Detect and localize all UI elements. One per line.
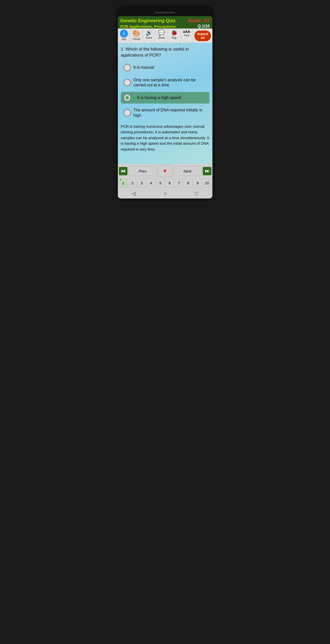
qnum-6[interactable]: 6 (165, 179, 174, 187)
question-number: Q.1/10 (197, 24, 210, 29)
app-title: Genetic Engineering Quiz (120, 18, 176, 23)
phone-frame: Genetic Engineering Quiz Score: 1/1 PCR … (116, 5, 214, 201)
clouds-button[interactable]: 🎨 Clouds (130, 29, 143, 43)
screen: Genetic Engineering Quiz Score: 1/1 PCR … (118, 16, 212, 199)
clouds-label: Clouds (133, 38, 140, 40)
option-c-text: It is having a high speed (137, 95, 181, 101)
font-icon: aAA (183, 30, 190, 34)
option-d-text: The amount of DNA required initially is … (134, 108, 207, 118)
radio-d (123, 109, 131, 117)
submit-all-btn[interactable]: Submit All (194, 31, 211, 41)
voice-label: Voice (146, 36, 152, 39)
font-label: Font (184, 34, 189, 37)
font-button[interactable]: aAA Font (181, 29, 193, 43)
app-header: Genetic Engineering Quiz Score: 1/1 PCR … (118, 16, 212, 29)
qnum-9[interactable]: 9 (193, 179, 202, 187)
qnum-5[interactable]: 5 (156, 179, 165, 187)
home-icon[interactable]: ○ (164, 191, 167, 196)
prev-button[interactable]: Prev (128, 166, 157, 176)
option-d[interactable]: The amount of DNA required initially is … (121, 106, 209, 120)
share-label: Share (158, 36, 165, 39)
info-label: Info (122, 38, 126, 41)
status-bar (118, 10, 212, 15)
skip-to-last-button[interactable]: ⏭ (203, 167, 211, 175)
share-button[interactable]: 💬 Share (155, 29, 168, 43)
option-b-text: Only one sample’s analysis can be carrie… (134, 78, 207, 88)
app-subtitle: PCR Applications, Precautions (120, 24, 176, 29)
qnum-3[interactable]: 3 (137, 179, 146, 187)
voice-button[interactable]: 🔊 Voice (143, 29, 156, 43)
qnum-8[interactable]: 8 (184, 179, 193, 187)
voice-icon: 🔊 (146, 30, 152, 36)
option-b[interactable]: Only one sample’s analysis can be carrie… (121, 76, 209, 90)
heart-icon: ♥ (163, 168, 167, 174)
qnum-2[interactable]: 2 (128, 179, 137, 187)
option-a-text: It is manual (134, 65, 154, 70)
option-c[interactable]: ✔ It is having a high speed (121, 92, 209, 104)
radio-c-inner (125, 96, 129, 100)
share-icon: 💬 (158, 30, 165, 36)
qnum-1[interactable]: ✔ 1 (119, 179, 128, 187)
radio-c (123, 94, 131, 102)
info-button[interactable]: i Info (118, 29, 130, 43)
qnum-1-check: ✔ (120, 178, 122, 182)
explanation-text: PCR is having numerous advantages over n… (121, 124, 209, 152)
bug-icon: 🐞 (171, 30, 178, 36)
bug-label: Bug (172, 36, 177, 39)
heart-button[interactable]: ♥ (158, 165, 172, 177)
qnum-10[interactable]: 10 (203, 179, 211, 187)
radio-a (123, 64, 131, 71)
toolbar: i Info 🎨 Clouds 🔊 Voice 💬 Share 🐞 Bug aA… (118, 29, 212, 43)
info-icon: i (120, 30, 128, 38)
bug-button[interactable]: 🐞 Bug (168, 29, 181, 43)
system-navigation: ◁ ○ □ (118, 188, 212, 199)
qnum-4[interactable]: 4 (147, 179, 156, 187)
option-a[interactable]: It is manual (121, 62, 209, 73)
back-icon[interactable]: ◁ (132, 190, 136, 196)
qnum-7[interactable]: 7 (174, 179, 183, 187)
radio-b (123, 79, 131, 86)
question-number-row: ✔ 1 2 3 4 5 6 7 8 9 10 (118, 178, 212, 188)
question-content: 1. Which of the following is useful in a… (118, 43, 212, 164)
question-text: 1. Which of the following is useful in a… (121, 46, 209, 58)
next-button[interactable]: Next (173, 166, 202, 176)
score-badge: Score: 1/1 (188, 18, 210, 23)
submit-all-button[interactable]: Submit All (193, 29, 212, 43)
checkmark-icon: ✔ (134, 95, 137, 100)
recents-icon[interactable]: □ (195, 191, 198, 196)
clouds-icon: 🎨 (132, 30, 140, 37)
skip-to-first-button[interactable]: ⏮ (119, 167, 127, 175)
bottom-navigation: ⏮ Prev ♥ Next ⏭ (118, 164, 212, 178)
